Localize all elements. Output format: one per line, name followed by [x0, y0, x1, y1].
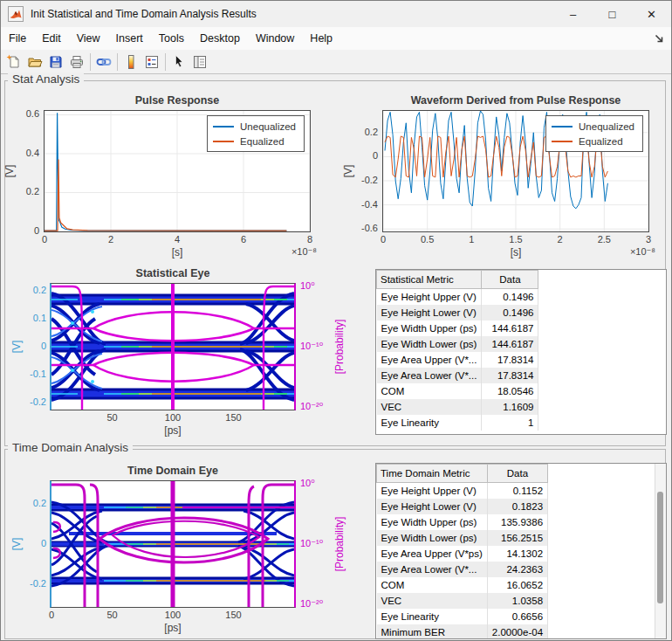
matlab-logo-icon: [8, 6, 24, 22]
y-tick-label: 0: [10, 225, 39, 236]
x-scale-note: ×10⁻⁸: [291, 246, 317, 258]
probability-tick-label: 10⁰: [300, 478, 339, 489]
x-tick-label: 50: [93, 610, 132, 620]
x-tick-label: 100: [154, 412, 192, 423]
waveform-legend[interactable]: UnequalizedEqualized: [545, 115, 643, 152]
dock-figure-icon[interactable]: [652, 31, 666, 45]
save-icon[interactable]: [45, 52, 66, 72]
pulse-response-plot: Pulse Response [V] [s] ×10⁻⁸ Unequalized…: [44, 110, 311, 232]
probability-tick-label: 10⁻¹⁰: [300, 538, 339, 549]
open-folder-icon[interactable]: [24, 52, 45, 72]
table-row: Eye Height Lower (V)0.1823: [377, 499, 548, 514]
menu-help[interactable]: Help: [302, 32, 340, 45]
x-tick-label: 6: [224, 234, 263, 245]
x-tick-label: 2: [92, 234, 130, 245]
table-row: Eye Area Lower (V*...24.2363: [377, 562, 548, 577]
table-row: Eye Width Lower (ps)144.6187: [377, 336, 538, 352]
y-tick-label: -0.6: [348, 223, 378, 233]
table-row: Eye Height Lower (V)0.1496: [377, 305, 538, 320]
legend-line-swatch: [213, 141, 234, 142]
x-axis-label: [s]: [45, 246, 310, 258]
x-tick-label: 50: [93, 412, 132, 423]
statistical-eye-plot: Statistical Eye [V] [Probability] [ps]: [50, 283, 296, 410]
legend-line-swatch: [213, 126, 234, 128]
x-tick-label: 100: [154, 610, 192, 620]
y-tick-label: 0.2: [348, 127, 378, 137]
edit-plot-arrow-icon[interactable]: [168, 52, 189, 72]
waveform-plot: Waveform Derived from Pulse Response [V]…: [382, 110, 649, 232]
x-axis-label: [ps]: [51, 424, 294, 437]
figure-canvas: Stat Analysis Pulse Response [V] [s] ×10…: [1, 74, 671, 640]
x-tick-label: 150: [215, 412, 253, 423]
menu-insert[interactable]: Insert: [108, 32, 151, 45]
time-metrics-table[interactable]: Time Domain Metric Data Eye Height Upper…: [375, 463, 667, 639]
link-plot-icon[interactable]: [93, 52, 114, 72]
plot-title: Pulse Response: [27, 94, 327, 107]
pulse_response-legend[interactable]: UnequalizedEqualized: [207, 115, 305, 152]
legend-line-swatch: [552, 126, 573, 128]
legend-icon[interactable]: [141, 52, 162, 72]
column-header-metric: Time Domain Metric: [377, 465, 488, 483]
table-scrollbar[interactable]: [655, 464, 666, 638]
probability-tick-label: 10⁻¹⁰: [300, 341, 339, 352]
menu-desktop[interactable]: Desktop: [192, 32, 248, 45]
menu-bar: File Edit View Insert Tools Desktop Wind…: [1, 27, 671, 50]
y-tick-label: 0.2: [10, 186, 39, 196]
toolbar-separator: [90, 53, 91, 71]
print-icon[interactable]: [66, 52, 87, 72]
property-inspector-icon[interactable]: [189, 52, 210, 72]
table-row: Eye Width Lower (ps)156.2515: [377, 530, 548, 546]
figure-window: Init Statistical and Time Domain Analysi…: [0, 0, 672, 641]
menu-view[interactable]: View: [69, 32, 108, 45]
maximize-button[interactable]: □: [593, 1, 632, 27]
statistical-eye-heatmap: [51, 284, 294, 410]
y-tick-label: 0.6: [10, 108, 39, 119]
y-axis-label: [V]: [3, 165, 16, 178]
legend-line-swatch: [552, 141, 573, 142]
y-tick-label: 0: [17, 341, 46, 351]
window-title: Init Statistical and Time Domain Analysi…: [31, 8, 257, 20]
time-domain-panel: Time Domain Analysis Time Domain Eye [V]…: [4, 449, 666, 639]
table-row: Eye Height Upper (V)0.1152: [377, 483, 548, 500]
time-panel-label: Time Domain Analysis: [8, 441, 133, 454]
scrollbar-thumb[interactable]: [657, 492, 663, 603]
y-tick-label: -0.2: [17, 578, 46, 589]
x-tick-label: 150: [215, 610, 253, 620]
column-header-data: Data: [487, 465, 547, 483]
plot-title: Time Domain Eye: [34, 465, 312, 477]
y-tick-label: 0: [348, 150, 378, 161]
menu-file[interactable]: File: [1, 32, 34, 45]
menu-tools[interactable]: Tools: [151, 32, 192, 45]
menu-edit[interactable]: Edit: [34, 32, 69, 45]
table-header-row: Statistical Metric Data: [377, 271, 538, 289]
table-row: Eye Area Lower (V*...17.8314: [377, 368, 538, 383]
legend-entry-label: Unequalized: [240, 121, 296, 132]
figure-toolbar: [1, 50, 671, 74]
x-tick-label: 2.5: [585, 234, 623, 245]
column-header-metric: Statistical Metric: [377, 271, 482, 289]
plot-title: Statistical Eye: [34, 267, 312, 279]
table-row: Eye Linearity0.6656: [377, 609, 548, 624]
close-button[interactable]: ✕: [632, 1, 671, 27]
x-axis-label: [ps]: [51, 622, 294, 634]
y-tick-label: -0.2: [17, 396, 46, 407]
x-tick-label: 0: [32, 610, 71, 620]
table-row: Eye Width Upper (ps)135.9386: [377, 514, 548, 530]
toolbar-separator: [165, 53, 166, 71]
table-row: COM16.0652: [377, 577, 548, 593]
y-tick-label: -0.2: [348, 175, 378, 185]
menu-window[interactable]: Window: [248, 32, 302, 45]
new-document-icon[interactable]: [3, 52, 24, 72]
x-scale-note: ×10⁻⁸: [630, 246, 655, 258]
colorbar-icon[interactable]: [120, 52, 141, 72]
table-row: Eye Width Upper (ps)144.6187: [377, 320, 538, 336]
x-tick-label: 4: [158, 234, 196, 245]
stat-analysis-panel: Stat Analysis Pulse Response [V] [s] ×10…: [4, 80, 666, 446]
stat-panel-label: Stat Analysis: [8, 72, 84, 86]
x-axis-label: [s]: [383, 246, 648, 258]
y-tick-label: 0.2: [17, 285, 46, 295]
time-domain-eye-heatmap: [51, 481, 294, 607]
minimize-button[interactable]: –: [553, 1, 593, 27]
y-tick-label: 0.2: [17, 498, 46, 508]
stat-metrics-table[interactable]: Statistical Metric Data Eye Height Upper…: [375, 269, 667, 435]
